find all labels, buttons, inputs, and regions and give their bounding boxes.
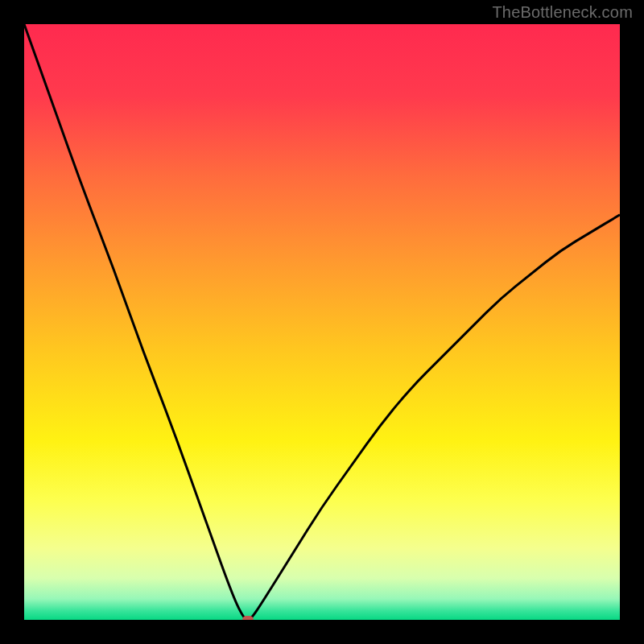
chart-frame: TheBottleneck.com: [0, 0, 644, 644]
watermark-text: TheBottleneck.com: [492, 3, 633, 22]
optimal-point-marker: [242, 616, 254, 620]
bottleneck-curve: [24, 24, 620, 620]
plot-area: [24, 24, 620, 620]
curve-path: [24, 24, 620, 620]
